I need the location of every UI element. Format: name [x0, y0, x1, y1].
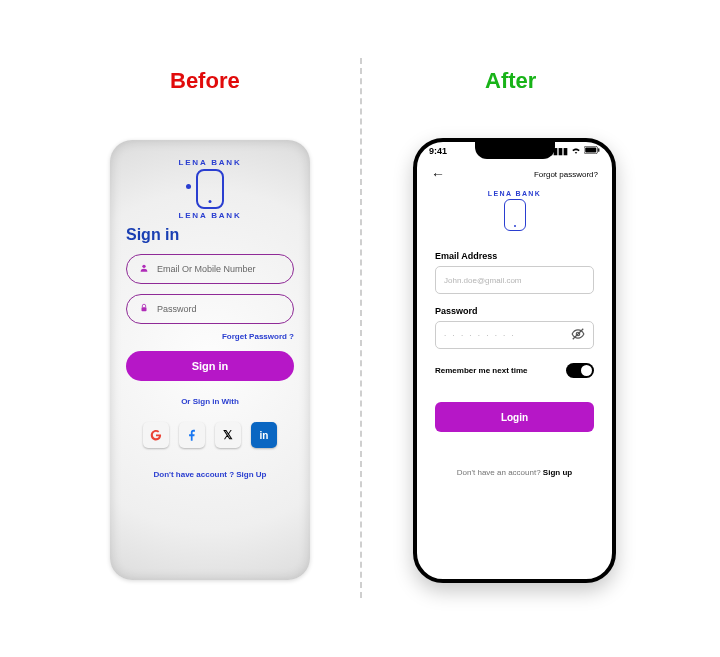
- password-field[interactable]: Password: [126, 294, 294, 324]
- or-signin-with-label: Or Sign in With: [126, 397, 294, 406]
- remember-label: Remember me next time: [435, 366, 527, 375]
- signup-prompt-old[interactable]: Don't have account ? Sign Up: [126, 470, 294, 479]
- signup-prompt-text: Don't have an account?: [457, 468, 543, 477]
- logo-dot-icon: [186, 184, 191, 189]
- battery-icon: [584, 146, 600, 156]
- phone-icon: [196, 169, 224, 209]
- password-field[interactable]: · · · · · · · · ·: [435, 321, 594, 349]
- password-label: Password: [435, 306, 594, 316]
- back-button[interactable]: ←: [431, 166, 445, 182]
- password-placeholder: · · · · · · · · ·: [444, 331, 516, 340]
- social-login-row: 𝕏 in: [126, 422, 294, 448]
- before-mockup: LENA BANK LENA BANK Sign in Email Or Mob…: [110, 140, 310, 580]
- divider: [360, 58, 362, 598]
- remember-toggle[interactable]: [566, 363, 594, 378]
- signup-link[interactable]: Sign up: [543, 468, 572, 477]
- before-label: Before: [170, 68, 240, 94]
- google-icon: [149, 428, 163, 442]
- svg-rect-4: [598, 148, 599, 152]
- after-label: After: [485, 68, 536, 94]
- brand-logo-old: LENA BANK LENA BANK: [126, 158, 294, 220]
- after-mockup: 9:41 ▮▮▮▮ ← Forgot password? LENA BANK E…: [413, 138, 616, 583]
- svg-rect-1: [142, 307, 147, 311]
- brand-arc-bottom: LENA BANK: [126, 211, 294, 220]
- login-button[interactable]: Login: [435, 402, 594, 432]
- user-icon: [137, 263, 151, 275]
- brand-arc: LENA BANK: [417, 190, 612, 197]
- password-placeholder: Password: [157, 304, 197, 314]
- forgot-password-link[interactable]: Forgot password?: [534, 170, 598, 179]
- brand-arc-top: LENA BANK: [126, 158, 294, 167]
- wifi-icon: [571, 146, 581, 156]
- email-placeholder: Email Or Mobile Number: [157, 264, 256, 274]
- notch: [475, 142, 555, 159]
- x-login[interactable]: 𝕏: [215, 422, 241, 448]
- facebook-login[interactable]: [179, 422, 205, 448]
- svg-rect-3: [585, 148, 596, 153]
- brand-logo-new: LENA BANK: [417, 190, 612, 231]
- email-label: Email Address: [435, 251, 594, 261]
- email-field[interactable]: Email Or Mobile Number: [126, 254, 294, 284]
- google-login[interactable]: [143, 422, 169, 448]
- svg-point-0: [142, 265, 145, 268]
- status-time: 9:41: [429, 146, 447, 156]
- forgot-password-link[interactable]: Forget Password ?: [126, 332, 294, 341]
- signin-title: Sign in: [126, 226, 294, 244]
- toggle-password-visibility-icon[interactable]: [571, 327, 585, 344]
- linkedin-login[interactable]: in: [251, 422, 277, 448]
- email-placeholder: John.doe@gmail.com: [444, 276, 522, 285]
- email-field[interactable]: John.doe@gmail.com: [435, 266, 594, 294]
- signin-button[interactable]: Sign in: [126, 351, 294, 381]
- facebook-icon: [185, 428, 199, 442]
- phone-icon: [504, 199, 526, 231]
- lock-icon: [137, 303, 151, 315]
- signup-prompt-new[interactable]: Don't have an account? Sign up: [435, 468, 594, 477]
